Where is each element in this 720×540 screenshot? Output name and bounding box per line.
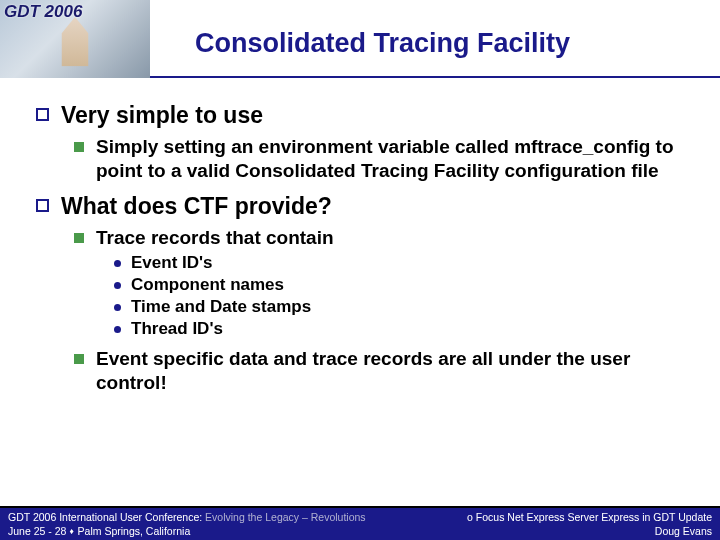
bullet-text: Event ID's xyxy=(131,253,213,273)
bullet-level3: Thread ID's xyxy=(114,319,694,339)
footer-dates: June 25 - 28 xyxy=(8,525,66,537)
slide-title: Consolidated Tracing Facility xyxy=(195,28,570,59)
bullet-text: Time and Date stamps xyxy=(131,297,311,317)
slide-header: GDT 2006 Consolidated Tracing Facility xyxy=(0,0,720,78)
square-fill-bullet-icon xyxy=(74,233,84,243)
square-open-bullet-icon xyxy=(36,199,49,212)
bullet-level3: Time and Date stamps xyxy=(114,297,694,317)
diamond-icon: ♦ xyxy=(70,526,74,537)
bullet-text: What does CTF provide? xyxy=(61,193,332,220)
slide-content: Very simple to use Simply setting an env… xyxy=(0,78,720,395)
bullet-text: Event specific data and trace records ar… xyxy=(96,347,694,395)
footer-conf-tagline: Evolving the Legacy – Revolutions xyxy=(205,511,366,523)
slide-footer: GDT 2006 International User Conference: … xyxy=(0,506,720,540)
square-open-bullet-icon xyxy=(36,108,49,121)
bullet-level3: Component names xyxy=(114,275,694,295)
footer-topic: o Focus Net Express Server Express in GD… xyxy=(467,511,712,525)
footer-left: GDT 2006 International User Conference: … xyxy=(8,511,366,540)
dot-bullet-icon xyxy=(114,304,121,311)
dot-bullet-icon xyxy=(114,260,121,267)
bullet-level2: Event specific data and trace records ar… xyxy=(74,347,694,395)
footer-location: Palm Springs, California xyxy=(78,525,191,537)
footer-right: o Focus Net Express Server Express in GD… xyxy=(467,511,712,540)
footer-author: Doug Evans xyxy=(467,525,712,539)
logo-image: GDT 2006 xyxy=(0,0,150,78)
bullet-level2: Trace records that contain xyxy=(74,226,694,250)
bullet-text: Component names xyxy=(131,275,284,295)
bullet-level3: Event ID's xyxy=(114,253,694,273)
bullet-text: Very simple to use xyxy=(61,102,263,129)
square-fill-bullet-icon xyxy=(74,142,84,152)
bullet-text: Trace records that contain xyxy=(96,226,334,250)
dot-bullet-icon xyxy=(114,282,121,289)
bullet-level1: Very simple to use xyxy=(36,102,694,129)
dot-bullet-icon xyxy=(114,326,121,333)
logo-text: GDT 2006 xyxy=(4,2,82,22)
square-fill-bullet-icon xyxy=(74,354,84,364)
bullet-text: Simply setting an environment variable c… xyxy=(96,135,694,183)
bullet-text: Thread ID's xyxy=(131,319,223,339)
footer-conf-label: GDT 2006 International User Conference: xyxy=(8,511,205,523)
bullet-level1: What does CTF provide? xyxy=(36,193,694,220)
bullet-level2: Simply setting an environment variable c… xyxy=(74,135,694,183)
